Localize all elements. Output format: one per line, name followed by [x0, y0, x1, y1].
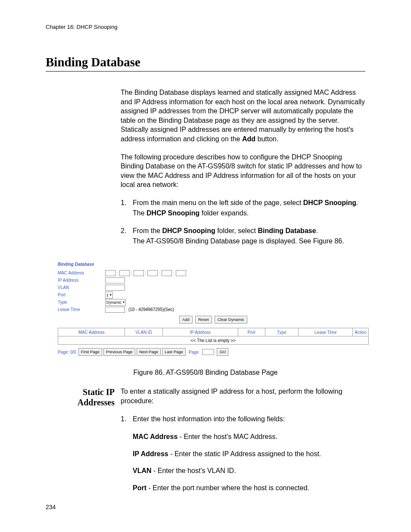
empty-row: << The List is empty >>: [58, 336, 369, 345]
bold: Binding Database: [258, 227, 316, 234]
port-inputs: 1▾: [105, 292, 113, 299]
side-heading: Static IP Addresses: [46, 387, 121, 500]
th-vlan: VLAN ID: [125, 328, 162, 336]
field-desc: - Enter the host's VLAN ID.: [152, 467, 236, 474]
label-vlan: VLAN: [58, 285, 105, 290]
type-inputs: Dynamic▾: [105, 299, 126, 306]
th-ip: IP Address: [162, 328, 238, 336]
colon: :: [145, 271, 147, 275]
label-ip: IP Address: [58, 278, 105, 283]
table-row: << The List is empty >>: [58, 336, 369, 345]
page: Chapter 16: DHCP Snooping Binding Databa…: [0, 0, 411, 532]
field-desc: - Enter the port number where the host i…: [146, 484, 309, 492]
mac-octet-input[interactable]: [119, 270, 130, 276]
pager-label: Page: 0/0: [58, 350, 76, 355]
body-column: The Binding Database displays learned an…: [121, 88, 365, 246]
lease-input[interactable]: [105, 307, 125, 313]
colon: :: [159, 271, 161, 275]
step-1: 1. From the main menu on the left side o…: [121, 198, 365, 218]
static-intro: To enter a statically assigned IP addres…: [121, 387, 365, 405]
mac-octet-input[interactable]: [134, 270, 144, 276]
chevron-down-icon: ▾: [123, 300, 125, 304]
step-number: 1.: [121, 414, 133, 424]
mac-octet-input[interactable]: [147, 270, 158, 276]
field-name: MAC Address: [133, 433, 177, 440]
static-step-1: 1. Enter the host information into the f…: [121, 414, 365, 424]
port-select[interactable]: 1▾: [105, 292, 113, 299]
colon: :: [131, 271, 133, 275]
chapter-header: Chapter 16: DHCP Snooping: [46, 24, 365, 30]
mac-octet-input[interactable]: [162, 270, 172, 276]
lease-inputs: (10 - 4294967295)(Sec): [105, 307, 174, 313]
text: .: [356, 199, 358, 206]
text: folder expands.: [199, 209, 249, 217]
binding-table: MAC Address VLAN ID IP Address Port Type…: [58, 328, 369, 345]
label-mac: MAC Address: [58, 271, 105, 275]
side-heading-line2: Addresses: [78, 398, 115, 407]
table-header-row: MAC Address VLAN ID IP Address Port Type…: [58, 328, 369, 336]
step-2: 2. From the DHCP Snooping folder, select…: [121, 226, 365, 246]
next-page-button[interactable]: Next Page: [137, 348, 161, 356]
step-subtext: The DHCP Snooping folder expands.: [133, 208, 365, 218]
step-number: 1.: [121, 198, 133, 218]
vlan-inputs: [105, 285, 125, 291]
th-lease: Lease Time: [299, 328, 353, 336]
text: .: [316, 227, 318, 234]
step-text: From the main menu on the left side of t…: [133, 198, 365, 218]
clear-dynamic-button[interactable]: Clear Dynamic: [215, 316, 247, 324]
port-value: 1: [106, 293, 109, 297]
text: button.: [255, 135, 278, 143]
mac-octet-input[interactable]: [176, 270, 186, 276]
section-static-ip: Static IP Addresses To enter a staticall…: [46, 387, 365, 500]
last-page-button[interactable]: Last Page: [162, 348, 186, 356]
field-name: Port: [133, 484, 146, 492]
th-mac: MAC Address: [58, 328, 125, 336]
page-number: 234: [46, 504, 56, 510]
row-ip: IP Address: [58, 277, 369, 284]
field-vlan: VLAN - Enter the host's VLAN ID.: [133, 466, 365, 476]
type-select[interactable]: Dynamic▾: [105, 299, 126, 306]
text: The Binding Database displays learned an…: [121, 89, 365, 143]
side-body: To enter a statically assigned IP addres…: [121, 387, 365, 500]
field-port: Port - Enter the port number where the h…: [133, 483, 365, 493]
field-name: VLAN: [133, 467, 152, 474]
page-word: Page: [189, 350, 199, 355]
th-port: Port: [238, 328, 265, 336]
mac-inputs: : : : : :: [105, 270, 186, 276]
field-name: IP Address: [133, 450, 168, 457]
add-button[interactable]: Add: [179, 316, 193, 324]
ip-input[interactable]: [105, 277, 125, 283]
ui-form: MAC Address : : : : : IP Address VLAN: [58, 269, 369, 313]
row-mac: MAC Address : : : : :: [58, 269, 369, 277]
chevron-down-icon: ▾: [110, 293, 112, 297]
vlan-input[interactable]: [105, 285, 125, 291]
ui-screenshot: Binding Database MAC Address : : : : : I…: [58, 262, 369, 356]
field-ip: IP Address - Enter the static IP Address…: [133, 449, 365, 459]
mac-octet-input[interactable]: [105, 270, 115, 276]
label-port: Port: [58, 292, 105, 297]
page-title: Binding Database: [46, 55, 365, 72]
reset-button[interactable]: Reset: [195, 316, 212, 324]
bold: DHCP Snooping: [162, 227, 215, 234]
step-text: Enter the host information into the foll…: [133, 414, 365, 424]
colon: :: [173, 271, 175, 275]
pager: Page: 0/0 First Page Previous Page Next …: [58, 348, 369, 356]
numbered-list: 1. From the main menu on the left side o…: [121, 198, 365, 246]
text: The: [133, 209, 146, 217]
side-heading-line1: Static IP: [83, 387, 115, 397]
previous-page-button[interactable]: Previous Page: [103, 348, 135, 356]
text: folder, select: [215, 227, 258, 234]
bold: DHCP Snooping: [303, 199, 356, 206]
paragraph-2: The following procedure describes how to…: [121, 152, 365, 190]
th-action: Action: [353, 328, 369, 336]
button-row: Add Reset Clear Dynamic: [58, 316, 369, 324]
row-type: Type Dynamic▾: [58, 299, 369, 306]
page-input[interactable]: [202, 349, 214, 355]
text: From the main menu on the left side of t…: [133, 199, 303, 206]
first-page-button[interactable]: First Page: [78, 348, 102, 356]
bold: Add: [242, 135, 255, 143]
row-port: Port 1▾: [58, 291, 369, 299]
figure-caption: Figure 86. AT-GS950/8 Binding Database P…: [46, 369, 365, 376]
colon: :: [116, 271, 118, 275]
go-button[interactable]: GO: [217, 348, 228, 356]
